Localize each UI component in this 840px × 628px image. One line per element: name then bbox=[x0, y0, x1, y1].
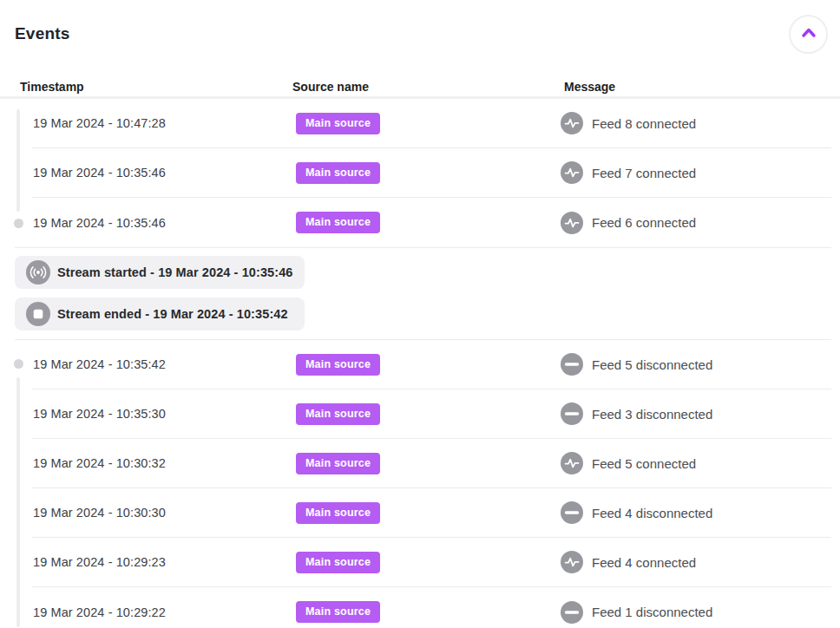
stream-event: Stream ended - 19 Mar 2024 - 10:35:42 bbox=[15, 298, 305, 330]
source-badge: Main source bbox=[296, 354, 380, 376]
event-message-cell: Feed 7 connected bbox=[561, 161, 831, 184]
source-badge: Main source bbox=[296, 453, 380, 474]
feed-connected-icon bbox=[561, 212, 583, 234]
timeline-dot bbox=[14, 359, 23, 369]
event-message-cell: Feed 1 disconnected bbox=[561, 601, 831, 624]
stop-icon bbox=[26, 302, 50, 326]
stream-event-label: Stream ended - 19 Mar 2024 - 10:35:42 bbox=[57, 307, 288, 321]
table-row: 19 Mar 2024 - 10:35:42 Main source Feed … bbox=[32, 340, 831, 389]
event-source-cell: Main source bbox=[296, 552, 561, 573]
event-source-cell: Main source bbox=[296, 354, 561, 376]
feed-connected-icon bbox=[561, 452, 583, 474]
table-row: 19 Mar 2024 - 10:29:22 Main source Feed … bbox=[32, 587, 831, 628]
feed-disconnected-icon bbox=[561, 353, 583, 376]
event-message-cell: Feed 5 disconnected bbox=[561, 353, 831, 376]
event-message-cell: Feed 5 connected bbox=[561, 452, 831, 474]
event-message: Feed 1 disconnected bbox=[592, 605, 712, 619]
table-row: 19 Mar 2024 - 10:29:23 Main source Feed … bbox=[32, 538, 831, 587]
source-badge: Main source bbox=[296, 162, 380, 184]
source-badge: Main source bbox=[296, 601, 380, 623]
event-timeline bbox=[0, 99, 26, 627]
event-message: Feed 8 connected bbox=[592, 116, 696, 131]
event-timestamp: 19 Mar 2024 - 10:35:46 bbox=[32, 216, 296, 230]
feed-connected-icon bbox=[561, 112, 583, 134]
source-badge: Main source bbox=[296, 502, 380, 524]
event-timestamp: 19 Mar 2024 - 10:29:22 bbox=[32, 605, 296, 619]
table-row: 19 Mar 2024 - 10:35:46 Main source Feed … bbox=[32, 148, 831, 198]
feed-connected-icon bbox=[561, 161, 583, 184]
chevron-up-icon bbox=[799, 23, 818, 46]
event-message-cell: Feed 6 connected bbox=[561, 212, 831, 234]
event-message-cell: Feed 3 disconnected bbox=[561, 402, 831, 425]
event-message: Feed 4 disconnected bbox=[592, 506, 712, 520]
event-rows-before-stream: 19 Mar 2024 - 10:47:28 Main source Feed … bbox=[0, 99, 840, 247]
event-timestamp: 19 Mar 2024 - 10:30:32 bbox=[32, 456, 296, 470]
source-badge: Main source bbox=[296, 552, 380, 573]
event-message: Feed 7 connected bbox=[592, 166, 696, 180]
event-source-cell: Main source bbox=[296, 601, 561, 623]
timeline-bar-segment bbox=[16, 109, 20, 212]
feed-disconnected-icon bbox=[561, 601, 583, 624]
event-rows-after-stream: 19 Mar 2024 - 10:35:42 Main source Feed … bbox=[0, 340, 840, 628]
table-row: 19 Mar 2024 - 10:47:28 Main source Feed … bbox=[32, 99, 831, 148]
event-source-cell: Main source bbox=[296, 502, 561, 524]
timeline-dot bbox=[14, 219, 23, 228]
feed-connected-icon bbox=[561, 551, 583, 573]
broadcast-icon bbox=[26, 260, 50, 285]
event-source-cell: Main source bbox=[296, 403, 561, 425]
source-badge: Main source bbox=[296, 403, 380, 425]
event-timestamp: 19 Mar 2024 - 10:35:30 bbox=[32, 407, 296, 421]
table-header-row: Timestamp Source name Message bbox=[0, 80, 840, 99]
event-timestamp: 19 Mar 2024 - 10:47:28 bbox=[32, 116, 296, 130]
event-timestamp: 19 Mar 2024 - 10:30:30 bbox=[32, 506, 296, 520]
event-message: Feed 4 connected bbox=[592, 555, 696, 570]
timeline-bar-segment bbox=[16, 377, 20, 627]
events-panel: Events Timestamp Source name Message 19 … bbox=[0, 0, 840, 628]
column-header-source-name: Source name bbox=[292, 80, 369, 94]
events-table-body: 19 Mar 2024 - 10:47:28 Main source Feed … bbox=[0, 99, 840, 627]
table-row: 19 Mar 2024 - 10:30:30 Main source Feed … bbox=[32, 488, 831, 538]
event-message-cell: Feed 4 disconnected bbox=[561, 501, 831, 524]
event-message-cell: Feed 4 connected bbox=[561, 551, 831, 573]
source-badge: Main source bbox=[296, 212, 380, 233]
stream-event-label: Stream started - 19 Mar 2024 - 10:35:46 bbox=[57, 265, 292, 279]
event-timestamp: 19 Mar 2024 - 10:29:23 bbox=[32, 555, 296, 569]
collapse-panel-button[interactable] bbox=[789, 15, 828, 54]
page-title: Events bbox=[15, 15, 70, 43]
source-badge: Main source bbox=[296, 113, 380, 134]
event-message-cell: Feed 8 connected bbox=[561, 112, 831, 134]
event-message: Feed 5 connected bbox=[592, 456, 696, 471]
event-timestamp: 19 Mar 2024 - 10:35:42 bbox=[32, 357, 296, 371]
stream-events-section: Stream started - 19 Mar 2024 - 10:35:46 … bbox=[15, 247, 831, 340]
event-source-cell: Main source bbox=[296, 113, 561, 134]
event-source-cell: Main source bbox=[296, 212, 561, 233]
event-message: Feed 3 disconnected bbox=[592, 407, 712, 422]
event-source-cell: Main source bbox=[296, 453, 561, 474]
feed-disconnected-icon bbox=[561, 402, 583, 425]
column-header-message: Message bbox=[564, 80, 615, 94]
events-panel-header: Events bbox=[0, 0, 840, 54]
column-header-timestamp: Timestamp bbox=[20, 80, 84, 94]
event-message: Feed 6 connected bbox=[592, 215, 696, 230]
feed-disconnected-icon bbox=[561, 501, 583, 524]
table-row: 19 Mar 2024 - 10:35:46 Main source Feed … bbox=[32, 198, 831, 247]
event-source-cell: Main source bbox=[296, 162, 561, 184]
table-row: 19 Mar 2024 - 10:30:32 Main source Feed … bbox=[32, 439, 831, 488]
stream-event: Stream started - 19 Mar 2024 - 10:35:46 bbox=[15, 256, 305, 289]
event-message: Feed 5 disconnected bbox=[592, 357, 712, 372]
event-timestamp: 19 Mar 2024 - 10:35:46 bbox=[32, 166, 296, 180]
table-row: 19 Mar 2024 - 10:35:30 Main source Feed … bbox=[32, 389, 831, 439]
